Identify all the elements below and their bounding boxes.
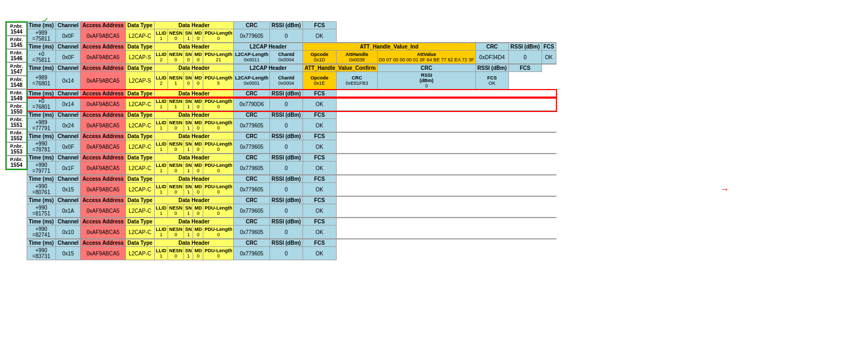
data-type-header: Data Type (125, 111, 154, 119)
data-header-header: Data Header (154, 133, 234, 140)
crc-value: 0x779605 (234, 247, 270, 260)
time-value: +0=75811 (27, 51, 55, 64)
crc-value: 0x779605 (234, 162, 270, 175)
rssi-value: RSSI(dBm)0 (378, 72, 476, 90)
rssi-header: RSSI (dBm) (269, 175, 302, 183)
time-value: +990=82741 (27, 226, 55, 239)
sn-cell: SN1 (184, 119, 193, 132)
crc-header: CRC (234, 111, 270, 119)
fcs-value: OK (302, 162, 336, 175)
l2cap-length-cell: L2CAP-Length0x0001 (234, 72, 270, 90)
nesn-cell: NESN0 (168, 247, 184, 260)
crc-value: 0x779605 (234, 204, 270, 218)
llid-cell: LLID1 (154, 29, 168, 43)
rssi-header: RSSI (dBm) (269, 22, 302, 29)
channel-header: Channel (55, 197, 80, 204)
data-type-value: L2CAP-C (125, 140, 154, 154)
nesn-cell: NESN0 (168, 51, 184, 64)
md-cell: MD0 (193, 247, 203, 260)
time-value: +990=81751 (27, 204, 55, 218)
time-value: +990=83731 (27, 247, 55, 260)
fcs-value: OK (302, 183, 336, 196)
data-header-header: Data Header (154, 175, 234, 183)
pnbr-value: P.nbr.1546 (7, 50, 27, 62)
pnbr-value: P.nbr.1553 (7, 143, 27, 156)
pnbr-value: P.nbr.1547 (7, 63, 27, 76)
channel-header: Channel (55, 218, 80, 226)
md-cell: MD0 (193, 51, 203, 64)
data-header-header: Data Header (154, 65, 234, 72)
pnbr-value: P.nbr.1552 (7, 130, 27, 142)
pdu-length-cell: PDU-Length0 (203, 162, 234, 175)
access-address-header: Access Address (81, 22, 125, 29)
crc-value: 0x779605 (234, 226, 270, 239)
sn-cell: SN1 (184, 183, 193, 196)
data-header-header: Data Header (154, 22, 234, 29)
rssi-value: 0 (269, 226, 302, 239)
fcs-header: FCS (302, 197, 336, 204)
llid-cell: LLID1 (154, 119, 168, 132)
nesn-cell: NESN1 (168, 98, 184, 111)
time-header: Time (ms) (27, 154, 55, 162)
md-cell: MD0 (193, 204, 203, 218)
md-cell: MD0 (193, 140, 203, 154)
channel-value: 0x0F (55, 140, 80, 154)
sn-cell: SN1 (184, 226, 193, 239)
channel-header: Channel (55, 90, 80, 98)
nesn-cell: NESN0 (168, 183, 184, 196)
pnbr-value: P.nbr.1549 (7, 90, 27, 102)
crc-value: 0x779605 (234, 140, 270, 154)
fcs-header: FCS (302, 111, 336, 119)
nesn-cell: NESN0 (168, 140, 184, 154)
data-type-header: Data Type (125, 197, 154, 204)
time-value: +990=78781 (27, 140, 55, 154)
access-address-value: 0xAF9ABCA5 (81, 29, 125, 43)
l2cap-header: L2CAP Header (234, 65, 303, 72)
crc-header: CRC (234, 154, 270, 162)
llid-cell: LLID1 (154, 183, 168, 196)
nesn-cell: NESN1 (168, 72, 184, 90)
time-value: +989=75811 (27, 29, 55, 43)
data-header-header: Data Header (154, 197, 234, 204)
llid-cell: LLID1 (154, 162, 168, 175)
fcs-value: OK (302, 226, 336, 239)
rssi-header: RSSI (dBm) (269, 239, 302, 247)
access-address-value: 0xAF9ABCA5 (81, 119, 125, 132)
channel-value: 0x14 (55, 98, 80, 111)
rssi-header: RSSI (dBm) (508, 43, 541, 51)
pdu-length-cell: PDU-Length0 (203, 183, 234, 196)
access-address-value: 0xAF9ABCA5 (81, 226, 125, 239)
access-address-header: Access Address (81, 90, 125, 98)
crc-header: CRC (234, 218, 270, 226)
rssi-value: 0 (269, 119, 302, 132)
access-address-value: 0xAF9ABCA5 (81, 98, 125, 111)
l2cap-length-cell: L2CAP-Length0x0011 (234, 51, 270, 64)
channel-header: Channel (55, 111, 80, 119)
crc-value: 0x779605 (234, 29, 270, 43)
fcs-value: OK (302, 204, 336, 218)
fcs-value: OK (302, 247, 336, 260)
rssi-header: RSSI (dBm) (269, 111, 302, 119)
data-header-header: Data Header (154, 111, 234, 119)
time-value: +989=76801 (27, 72, 55, 90)
fcs-header: FCS (302, 239, 336, 247)
l2cap-header: L2CAP Header (234, 43, 303, 51)
data-header-header: Data Header (154, 43, 234, 51)
rssi-header: RSSI (dBm) (269, 218, 302, 226)
rssi-value: 0 (269, 247, 302, 260)
data-type-value: L2CAP-C (125, 29, 154, 43)
sn-cell: SN1 (184, 98, 193, 111)
sn-cell: SN0 (184, 72, 193, 90)
access-address-value: 0xAF9ABCA5 (81, 204, 125, 218)
nesn-cell: NESN0 (168, 204, 184, 218)
data-type-header: Data Type (125, 65, 154, 72)
data-type-header: Data Type (125, 239, 154, 247)
channel-header: Channel (55, 239, 80, 247)
time-header: Time (ms) (27, 43, 55, 51)
channel-value: 0x1A (55, 204, 80, 218)
access-address-value: 0xAF9ABCA5 (81, 183, 125, 196)
llid-cell: LLID1 (154, 247, 168, 260)
access-address-header: Access Address (81, 239, 125, 247)
fcs-value: OK (302, 140, 336, 154)
fcs-header: FCS (302, 133, 336, 140)
